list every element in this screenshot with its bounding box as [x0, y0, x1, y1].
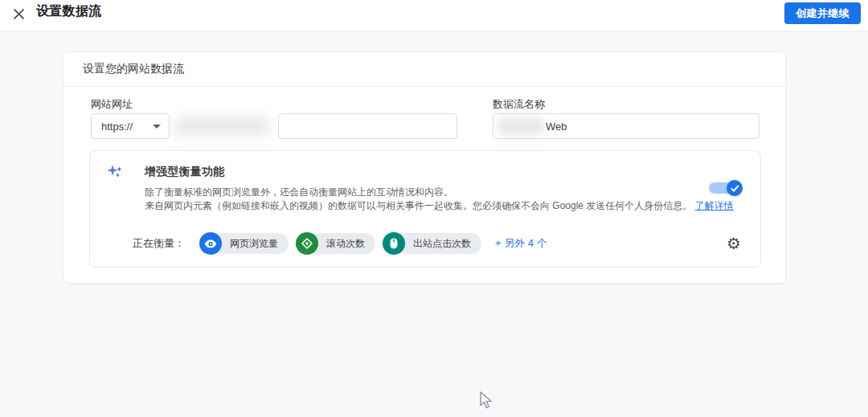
redacted-url-blur — [174, 117, 269, 136]
website-url-input[interactable] — [278, 113, 457, 139]
enhanced-desc-line2: 来自网页内元素（例如链接和嵌入的视频）的数据可以与相关事件一起收集。您必须确保不… — [145, 199, 734, 212]
scroll-icon — [296, 232, 318, 255]
top-bar: 设置数据流 创建并继续 — [0, 0, 868, 31]
learn-more-link[interactable]: 了解详情 — [695, 200, 734, 211]
protocol-value: https:// — [101, 121, 133, 133]
chip-page-views[interactable]: 网页浏览量 — [199, 232, 289, 255]
eye-icon — [199, 232, 222, 255]
protocol-select[interactable]: https:// — [91, 113, 170, 139]
close-icon[interactable] — [10, 6, 27, 22]
enhanced-measurement-toggle[interactable] — [709, 180, 743, 196]
toggle-thumb-check-icon — [727, 180, 743, 196]
page-title: 设置数据流 — [36, 3, 102, 20]
mouse-icon — [383, 232, 405, 255]
stream-setup-card: 设置您的网站数据流 网站网址 https:// 数据流名称 Web 增强型衡量功… — [63, 51, 786, 284]
card-title: 设置您的网站数据流 — [63, 52, 785, 87]
measuring-label: 正在衡量： — [133, 236, 185, 251]
website-url-label: 网站网址 — [91, 97, 133, 112]
enhanced-measurement-title: 增强型衡量功能 — [145, 165, 224, 179]
enhanced-desc-line1: 除了衡量标准的网页浏览量外，还会自动衡量网站上的互动情况和内容。 — [145, 186, 453, 198]
stream-name-input[interactable]: Web — [493, 113, 760, 139]
mouse-cursor — [480, 391, 494, 411]
more-items-link[interactable]: + 另外 4 个 — [495, 236, 547, 251]
chip-label: 出站点击次数 — [393, 233, 481, 254]
chip-outbound-clicks[interactable]: 出站点击次数 — [383, 232, 481, 255]
enhanced-measurement-box: 增强型衡量功能 除了衡量标准的网页浏览量外，还会自动衡量网站上的互动情况和内容。… — [89, 150, 761, 268]
measuring-row: 正在衡量： 网页浏览量 滚动次数 — [133, 232, 741, 255]
stream-name-suffix: Web — [546, 121, 567, 133]
chevron-down-icon — [153, 125, 161, 129]
redacted-name-blur — [497, 117, 544, 135]
gear-icon[interactable]: ⚙ — [727, 235, 741, 251]
stream-name-label: 数据流名称 — [493, 97, 545, 112]
chip-scrolls[interactable]: 滚动次数 — [296, 232, 375, 255]
sparkle-icon — [106, 163, 125, 182]
create-continue-button[interactable]: 创建并继续 — [784, 2, 861, 24]
enhanced-desc-line2-text: 来自网页内元素（例如链接和嵌入的视频）的数据可以与相关事件一起收集。您必须确保不… — [145, 200, 692, 211]
